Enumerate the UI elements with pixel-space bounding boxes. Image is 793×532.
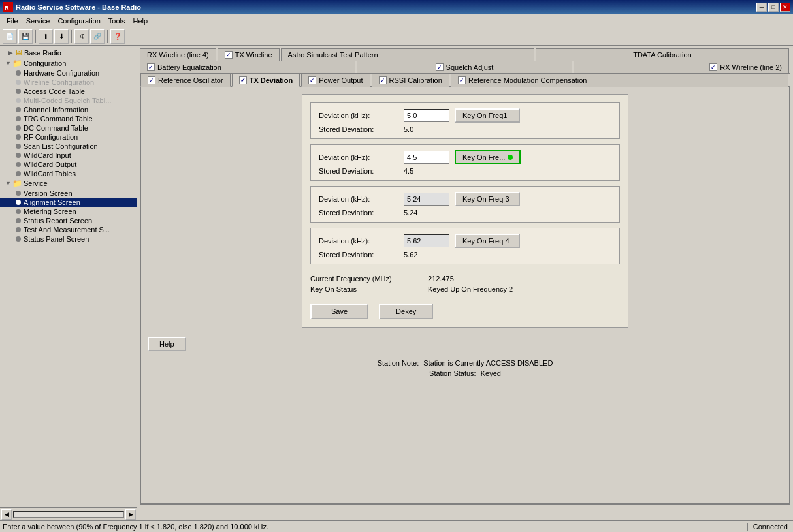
menu-service[interactable]: Service: [22, 16, 54, 26]
tab-refosc-check: [148, 76, 155, 84]
stored-row-3: Stored Deviation: 5.24: [319, 209, 611, 217]
bullet-wo: [16, 162, 21, 167]
current-freq-label: Current Frequency (MHz): [310, 275, 428, 283]
sidebar-item-wildcard-input[interactable]: WildCard Input: [0, 151, 137, 160]
sidebar-label-wireline: Wireline Configuration: [24, 78, 94, 86]
sidebar-item-rf-config[interactable]: RF Configuration: [0, 133, 137, 142]
sidebar-item-channel-info[interactable]: Channel Information: [0, 105, 137, 114]
sidebar-item-test-measurement[interactable]: Test And Measurement S...: [0, 225, 137, 234]
tab-rx-wireline-2[interactable]: RX Wireline (line 2): [574, 61, 789, 73]
tab-tx-wireline[interactable]: TX Wireline: [218, 48, 280, 61]
tab-battery-eq[interactable]: Battery Equalization: [140, 61, 355, 73]
sidebar-item-configuration[interactable]: ▼ 📁 Configuration: [0, 58, 137, 69]
bullet-status-panel: [16, 236, 21, 242]
sidebar-item-version-screen[interactable]: Version Screen: [0, 189, 137, 198]
tab-rssi-cal[interactable]: RSSI Calibration: [372, 74, 449, 87]
tab-astro[interactable]: Astro Simulcast Test Pattern: [281, 48, 534, 61]
sidebar-label-access: Access Code Table: [24, 87, 85, 95]
dev-input-2[interactable]: [404, 151, 449, 164]
sidebar-item-access-code[interactable]: Access Code Table: [0, 87, 137, 96]
toolbar-print[interactable]: 🖨: [74, 29, 89, 44]
tab-rx-wireline-4[interactable]: RX Wireline (line 4): [140, 48, 216, 61]
stored-value-1: 5.0: [404, 125, 413, 133]
bullet-trc: [16, 116, 21, 121]
tab-ref-mod-comp[interactable]: Reference Modulation Compensation: [451, 74, 788, 87]
tab-row-1: RX Wireline (line 4) TX Wireline Astro S…: [140, 48, 790, 61]
tab-power-output[interactable]: Power Output: [301, 74, 370, 87]
content-area: RX Wireline (line 4) TX Wireline Astro S…: [137, 46, 793, 507]
sidebar-item-status-panel[interactable]: Status Panel Screen: [0, 234, 137, 243]
minimize-btn[interactable]: ─: [756, 3, 767, 12]
bullet-wireline: [16, 80, 21, 85]
menu-help[interactable]: Help: [129, 16, 152, 26]
sidebar-item-scan-list[interactable]: Scan List Configuration: [0, 142, 137, 151]
sidebar-item-multi-coded[interactable]: Multi-Coded Squelch Tabl...: [0, 96, 137, 105]
tab-refmod-check: [458, 76, 466, 84]
tab-tx-deviation[interactable]: TX Deviation: [232, 74, 300, 87]
scroll-left-btn[interactable]: ◀: [1, 509, 12, 520]
expand-config-icon: ▼: [5, 60, 11, 67]
sidebar-item-wildcard-tables[interactable]: WildCard Tables: [0, 169, 137, 178]
menu-tools[interactable]: Tools: [105, 16, 129, 26]
toolbar-help[interactable]: ❓: [110, 29, 125, 44]
expand-service-icon: ▼: [5, 180, 11, 187]
tab-ref-oscillator[interactable]: Reference Oscillator: [140, 74, 231, 87]
sidebar-label-rf: RF Configuration: [24, 133, 78, 141]
tab-pwrout-check: [308, 76, 316, 84]
sidebar-scrollbar[interactable]: ◀ ▶: [0, 507, 137, 520]
dev-input-1[interactable]: [404, 109, 449, 122]
toolbar-upload[interactable]: ⬆: [39, 29, 53, 44]
tab-refosc-label: Reference Oscillator: [158, 76, 223, 84]
sidebar-label-base-radio: Base Radio: [24, 49, 61, 57]
toolbar-new[interactable]: 📄: [3, 29, 17, 44]
sidebar-item-alignment-screen[interactable]: Alignment Screen: [0, 198, 137, 207]
key-on-status-value: Keyed Up On Frequency 2: [428, 285, 513, 293]
tab-refmod-label: Reference Modulation Compensation: [468, 76, 587, 84]
dev-row-4-input: Deviation (kHz): Key On Freq 4: [319, 234, 611, 248]
close-btn[interactable]: ✕: [780, 3, 790, 12]
sidebar-label-scan: Scan List Configuration: [24, 142, 98, 150]
sidebar-item-base-radio[interactable]: ▶ 🖥 Base Radio: [0, 47, 137, 58]
save-button[interactable]: Save: [310, 304, 368, 319]
toolbar-connect[interactable]: 🔗: [90, 29, 105, 44]
key-on-freq2-btn[interactable]: Key On Fre...: [455, 150, 521, 164]
sidebar-item-metering-screen[interactable]: Metering Screen: [0, 207, 137, 216]
tab-rxw2-label: RX Wireline (line 2): [720, 63, 782, 71]
bullet-rf: [16, 134, 21, 140]
key-on-freq1-btn[interactable]: Key On Freq1: [455, 108, 520, 123]
folder-icon-base: 🖥: [14, 48, 23, 57]
sidebar-label-test: Test And Measurement S...: [24, 226, 110, 234]
bullet-scan: [16, 144, 21, 149]
scroll-right-btn[interactable]: ▶: [125, 509, 136, 520]
sidebar-item-dc-command[interactable]: DC Command Table: [0, 123, 137, 133]
toolbar-download[interactable]: ⬇: [54, 29, 69, 44]
dev-input-4[interactable]: [404, 234, 449, 247]
current-freq-value: 212.475: [428, 275, 454, 283]
tab-astro-label: Astro Simulcast Test Pattern: [288, 51, 378, 59]
menu-configuration[interactable]: Configuration: [54, 16, 104, 26]
sidebar-item-status-report[interactable]: Status Report Screen: [0, 216, 137, 225]
dev-input-3[interactable]: [404, 193, 449, 206]
key-on-freq4-btn[interactable]: Key On Freq 4: [455, 234, 520, 248]
bullet-channel: [16, 107, 21, 112]
bullet-alignment: [16, 200, 21, 205]
sidebar-item-wireline-config[interactable]: Wireline Configuration: [0, 78, 137, 87]
key-on-freq3-btn[interactable]: Key On Freq 3: [455, 192, 520, 206]
dekey-button[interactable]: Dekey: [379, 304, 433, 319]
tab-squelch[interactable]: Squelch Adjust: [357, 61, 572, 73]
bullet-dc: [16, 125, 21, 131]
sidebar-item-hardware-config[interactable]: Hardware Configuration: [0, 69, 137, 78]
tab-tdata[interactable]: TDATA Calibration: [536, 48, 789, 61]
help-button[interactable]: Help: [148, 337, 186, 351]
menu-file[interactable]: File: [3, 16, 22, 26]
station-status-label: Station Status:: [429, 369, 476, 377]
sidebar-item-trc-command[interactable]: TRC Command Table: [0, 114, 137, 123]
maximize-btn[interactable]: □: [768, 3, 779, 12]
sidebar-item-service[interactable]: ▼ 📁 Service: [0, 178, 137, 189]
stored-value-4: 5.62: [404, 251, 417, 258]
help-button-area: Help: [148, 333, 783, 351]
status-bar: Enter a value between (90% of Frequency …: [0, 520, 793, 532]
station-note-value: Station is Currently ACCESS DISABLED: [423, 359, 553, 367]
toolbar-save[interactable]: 💾: [18, 29, 33, 44]
sidebar-item-wildcard-output[interactable]: WildCard Output: [0, 160, 137, 169]
